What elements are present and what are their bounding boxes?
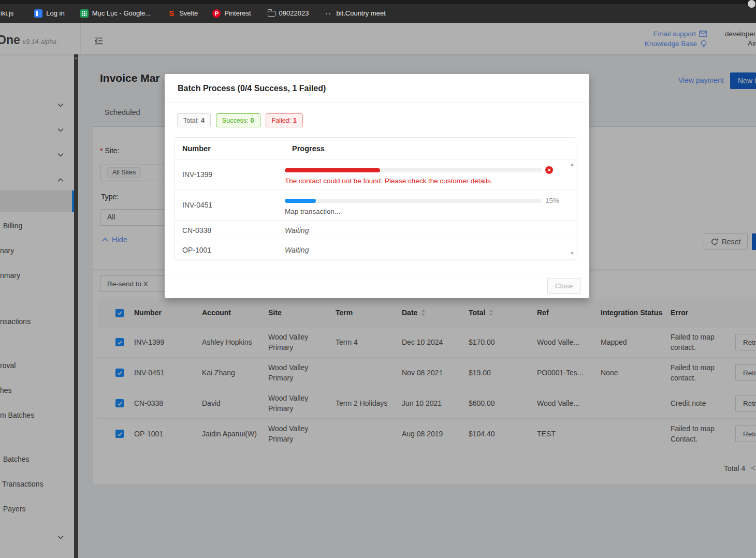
modal-header: Batch Process (0/4 Success, 1 Failed) <box>165 74 589 103</box>
progress-table-header: Number Progress <box>175 138 576 159</box>
progress-row: CN-0338 Waiting <box>175 221 576 240</box>
col-number: Number <box>175 144 285 153</box>
bookmark-label: iki.js <box>1 9 13 17</box>
progress-row: INV-0451 15% Map transaction... <box>175 190 576 221</box>
batch-item-number: OP-1001 <box>175 246 285 254</box>
bookmark-09022023[interactable]: 09022023 <box>264 9 313 17</box>
success-badge: Success:0 <box>216 113 260 127</box>
bookmark-label: Mục Lục - Google... <box>92 9 151 17</box>
modal-title: Batch Process (0/4 Success, 1 Failed) <box>178 84 326 93</box>
progress-row: OP-1001 Waiting <box>175 240 576 260</box>
bitcountry-icon <box>324 9 332 18</box>
folder-icon <box>268 11 275 17</box>
bookmark-pinterest[interactable]: P Pinterest <box>209 9 254 18</box>
bookmark-muc-luc[interactable]: Mục Lục - Google... <box>77 9 154 18</box>
bookmark-bitcountry[interactable]: bit.Country meet <box>321 9 389 18</box>
browser-bookmarks-bar: iki.js Log in Mục Lục - Google... S Svel… <box>0 0 756 23</box>
batch-summary-badges: Total:4 Success:0 Failed:1 <box>177 113 303 127</box>
progress-bar <box>285 168 542 172</box>
batch-item-number: INV-1399 <box>175 170 285 179</box>
browser-profile-avatar[interactable] <box>748 0 755 8</box>
login-icon <box>34 9 42 18</box>
batch-item-number: CN-0338 <box>175 226 285 234</box>
google-sheets-icon <box>80 9 89 18</box>
progress-bar <box>285 199 542 203</box>
close-circle-icon: × <box>545 166 553 174</box>
batch-progress-table: Number Progress INV-1399 × The contact c… <box>175 137 576 260</box>
batch-process-modal: Batch Process (0/4 Success, 1 Failed) To… <box>165 74 589 298</box>
progress-status-message: Map transaction... <box>285 208 576 215</box>
failed-badge: Failed:1 <box>266 113 303 127</box>
close-button[interactable]: Close <box>547 278 580 294</box>
col-progress: Progress <box>285 144 576 153</box>
batch-item-number: INV-0451 <box>175 201 285 209</box>
bookmark-label: Svelte <box>179 9 198 17</box>
scroll-up-icon[interactable]: ▲ <box>570 162 574 167</box>
app-page: One v3.14-alpha Email support Knowledge … <box>0 23 756 558</box>
modal-footer: Close <box>165 273 589 298</box>
progress-percent: 15% <box>545 197 559 204</box>
bookmark-label: bit.Country meet <box>336 9 385 17</box>
bookmark-label: Log in <box>46 9 64 17</box>
pinterest-icon: P <box>212 9 221 18</box>
bookmark-login[interactable]: Log in <box>31 9 68 18</box>
waiting-status: Waiting <box>285 226 576 234</box>
progress-row: INV-1399 × The contact could not be foun… <box>175 159 576 190</box>
bookmark-wikijs[interactable]: iki.js <box>0 9 17 17</box>
progress-error-message: The contact could not be found. Please c… <box>285 177 576 185</box>
bookmark-label: Pinterest <box>224 9 251 17</box>
scroll-down-icon[interactable]: ▼ <box>570 251 574 256</box>
svelte-icon: S <box>167 9 176 18</box>
total-badge: Total:4 <box>177 113 211 127</box>
bookmark-svelte[interactable]: S Svelte <box>164 9 201 18</box>
bookmark-label: 09022023 <box>279 9 309 17</box>
waiting-status: Waiting <box>285 246 576 254</box>
